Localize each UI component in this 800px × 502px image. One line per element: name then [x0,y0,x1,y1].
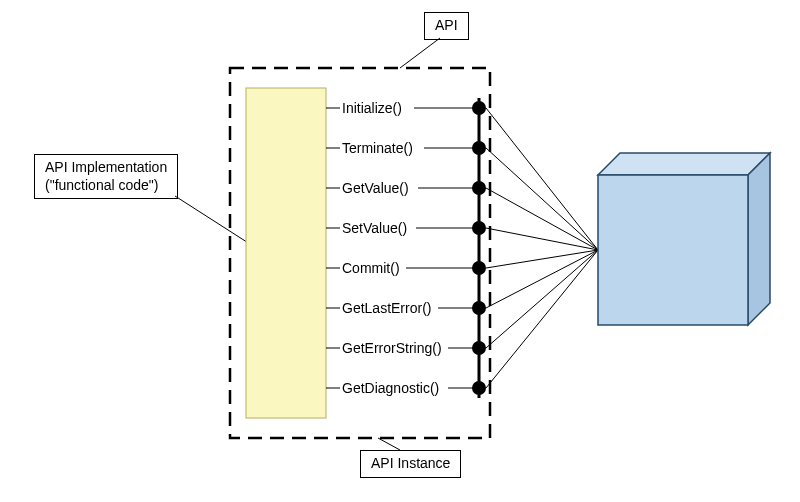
svg-line-17 [486,148,598,250]
port-geterrorstring [472,341,486,355]
connector-api-instance [378,438,400,450]
svg-line-18 [486,188,598,250]
sco-cube-side [748,153,770,325]
sco-converge-lines [486,108,598,388]
port-getvalue [472,181,486,195]
port-getdiagnostic [472,381,486,395]
sco-cube-front [598,175,748,325]
port-commit [472,261,486,275]
port-getlasterror [472,301,486,315]
port-terminate [472,141,486,155]
yellow-impl-box [246,88,326,418]
svg-line-19 [486,228,598,250]
method-hlines [326,108,479,388]
sco-cube [598,153,770,325]
port-initialize [472,101,486,115]
diagram-stage: API API Implementation ("functional code… [0,0,800,502]
connector-api [400,38,440,68]
port-setvalue [472,221,486,235]
svg-line-23 [486,250,598,388]
diagram-svg [0,0,800,502]
svg-line-16 [486,108,598,250]
sco-cube-top [598,153,770,175]
